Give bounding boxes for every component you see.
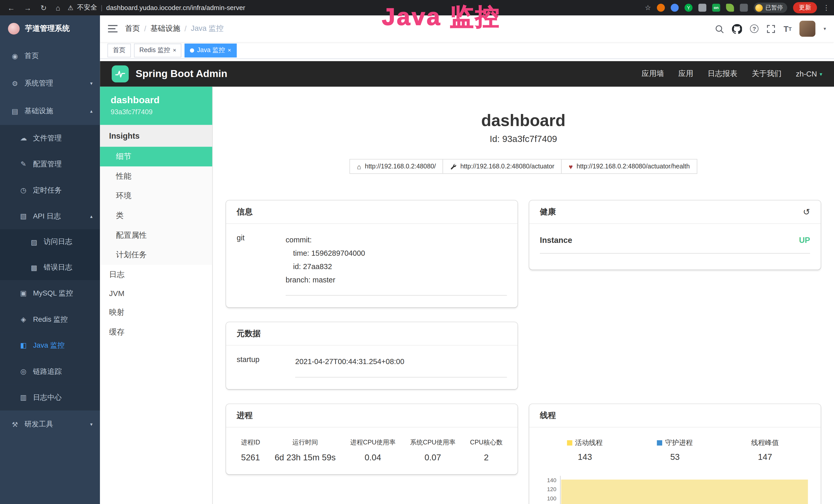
profile-paused-badge[interactable]: 已暂停	[753, 3, 787, 13]
hamburger-icon[interactable]	[108, 25, 117, 32]
sidebar-item-scheduled-tasks[interactable]: ◷ 定时任务	[0, 177, 100, 203]
sba-menu-config-props[interactable]: 配置属性	[100, 225, 212, 245]
sba-menu-mappings[interactable]: 映射	[100, 302, 212, 322]
sba-nav-journal[interactable]: 日志报表	[708, 69, 738, 78]
timer-icon: ◷	[19, 186, 28, 194]
threads-card: 线程 活动线程 1	[529, 404, 821, 504]
tab-redis-monitor[interactable]: Redis 监控 ×	[134, 43, 182, 57]
bookmark-star-icon[interactable]: ☆	[645, 4, 651, 12]
sba-menu-environment[interactable]: 环境	[100, 186, 212, 206]
sba-menu-caches[interactable]: 缓存	[100, 322, 212, 342]
paused-badge-label: 已暂停	[765, 4, 783, 12]
process-col-value: 2	[470, 453, 503, 462]
close-icon[interactable]: ×	[228, 47, 231, 53]
extension-blue-icon[interactable]	[671, 4, 679, 12]
github-icon[interactable]	[732, 24, 742, 33]
chevron-up-icon: ▴	[90, 108, 92, 114]
extension-green-y-icon[interactable]: Y	[684, 4, 693, 12]
search-icon[interactable]	[715, 24, 724, 33]
app-logo[interactable]: 芋道管理系统	[0, 16, 100, 42]
browser-nav: ← → ↻ ⌂	[0, 3, 68, 12]
sidebar-item-infrastructure[interactable]: ▤ 基础设施 ▴	[0, 97, 100, 125]
git-time-line: time: 1596289704000	[286, 247, 507, 260]
extension-grid-icon[interactable]	[698, 4, 706, 12]
sba-nav-wallboard[interactable]: 应用墙	[642, 69, 664, 78]
sba-insights-group: 细节 性能 环境 类 配置属性 计划任务	[100, 147, 212, 265]
sidebar-item-trace[interactable]: ◎ 链路追踪	[0, 359, 100, 384]
sidebar-item-home[interactable]: ◉ 首页	[0, 42, 100, 70]
breadcrumb-home[interactable]: 首页	[125, 24, 140, 33]
git-branch-line: branch: master	[286, 273, 507, 287]
sba-body: dashboard 93a3fc7f7409 Insights 细节 性能 环境…	[100, 87, 834, 504]
sba-instance-box[interactable]: dashboard 93a3fc7f7409	[100, 87, 212, 125]
tab-label: 首页	[113, 46, 126, 55]
sidebar-item-java-monitor[interactable]: ◧ Java 监控	[0, 332, 100, 358]
sba-instance-name: dashboard	[111, 95, 202, 106]
browser-menu-icon[interactable]: ⋮	[823, 4, 830, 12]
sba-menu-jvm[interactable]: JVM	[100, 284, 212, 302]
history-icon[interactable]: ↺	[803, 207, 810, 217]
git-commit-line: commit:	[286, 233, 507, 247]
sba-nav-about[interactable]: 关于我们	[752, 69, 782, 78]
sba-logo-icon[interactable]	[112, 66, 129, 83]
actuator-url-button[interactable]: http://192.168.0.2:48080/actuator	[443, 159, 562, 174]
back-icon[interactable]: ←	[7, 3, 15, 12]
extension-on-icon[interactable]: on	[712, 4, 720, 12]
sidebar-item-redis-monitor[interactable]: ◈ Redis 监控	[0, 306, 100, 332]
extension-leaf-icon[interactable]	[726, 4, 734, 12]
update-button[interactable]: 更新	[793, 2, 817, 13]
sidebar-item-dev-tools[interactable]: ⚒ 研发工具 ▾	[0, 411, 100, 438]
threads-card-body: 活动线程 143 守护进程	[529, 428, 821, 504]
sidebar-item-error-logs[interactable]: ▩ 错误日志	[0, 255, 100, 280]
extension-orange-icon[interactable]	[657, 4, 665, 12]
sba-nav-applications[interactable]: 应用	[678, 69, 693, 78]
forward-icon[interactable]: →	[24, 3, 31, 12]
sba-menu-performance[interactable]: 性能	[100, 166, 212, 186]
close-icon[interactable]: ×	[173, 47, 176, 53]
browser-toolbar-right: ☆ Y on 已暂停 更新 ⋮	[645, 2, 834, 13]
app-title: 芋道管理系统	[25, 24, 70, 33]
sba-menu-logs[interactable]: 日志	[100, 265, 212, 284]
help-icon[interactable]: ?	[750, 24, 759, 33]
tags-bar: 首页 Redis 监控 × Java 监控 ×	[100, 42, 834, 59]
app-window: 芋道管理系统 ◉ 首页 ⚙ 系统管理 ▾ ▤ 基础设施 ▴ ☁	[0, 16, 834, 504]
tab-home[interactable]: 首页	[107, 43, 131, 57]
sba-menu-details[interactable]: 细节	[100, 147, 212, 167]
reload-icon[interactable]: ↻	[40, 3, 46, 12]
sidebar-item-config-management[interactable]: ✎ 配置管理	[0, 151, 100, 177]
sba-brand-title[interactable]: Spring Boot Admin	[136, 68, 227, 80]
breadcrumb-infrastructure[interactable]: 基础设施	[151, 24, 180, 33]
user-menu-caret-icon[interactable]: ▾	[824, 26, 826, 31]
font-size-icon[interactable]: TT	[784, 24, 792, 33]
extensions-puzzle-icon[interactable]	[740, 4, 748, 12]
user-avatar[interactable]	[799, 21, 815, 37]
mysql-icon: ▣	[19, 289, 28, 297]
sidebar-item-file-management[interactable]: ☁ 文件管理	[0, 125, 100, 151]
security-warning-icon[interactable]: ⚠	[68, 4, 73, 12]
status-badge: UP	[799, 235, 810, 245]
home-icon[interactable]: ⌂	[56, 3, 60, 12]
sidebar-item-api-logs[interactable]: ▧ API 日志 ▴	[0, 203, 100, 229]
sidebar-item-label: 日志中心	[33, 393, 62, 402]
security-label[interactable]: 不安全	[77, 3, 97, 12]
sidebar-item-label: Redis 监控	[33, 315, 68, 324]
sidebar-item-mysql-monitor[interactable]: ▣ MySQL 监控	[0, 280, 100, 306]
tools-icon: ⚒	[10, 420, 19, 428]
sba-content: dashboard Id: 93a3fc7f7409 ⌂ http://192.…	[213, 87, 834, 504]
y-tick: 140	[540, 476, 556, 485]
address-bar[interactable]: ⚠ 不安全 | dashboard.yudao.iocoder.cn/infra…	[68, 3, 645, 12]
fullscreen-icon[interactable]	[766, 24, 775, 33]
service-url-button[interactable]: ⌂ http://192.168.0.2:48080/	[350, 159, 443, 174]
sba-locale-select[interactable]: zh-CN ▾	[796, 70, 822, 78]
info-value: commit: time: 1596289704000 id: 27aa832 …	[286, 233, 507, 296]
sidebar-item-system-management[interactable]: ⚙ 系统管理 ▾	[0, 70, 100, 97]
sidebar-item-log-center[interactable]: ▥ 日志中心	[0, 384, 100, 410]
url-text[interactable]: dashboard.yudao.iocoder.cn/infra/admin-s…	[106, 4, 245, 12]
health-url-button[interactable]: ♥ http://192.168.0.2:48080/actuator/heal…	[561, 159, 697, 174]
sidebar-item-access-logs[interactable]: ▨ 访问日志	[0, 229, 100, 255]
process-col-syscpu: 系统CPU使用率 0.07	[410, 438, 456, 462]
process-card-body: 进程ID 5261 运行时间 6d 23h 15m 59s	[226, 428, 518, 474]
sba-menu-classes[interactable]: 类	[100, 206, 212, 225]
sba-menu-scheduled-tasks[interactable]: 计划任务	[100, 245, 212, 265]
tab-java-monitor[interactable]: Java 监控 ×	[185, 43, 237, 57]
